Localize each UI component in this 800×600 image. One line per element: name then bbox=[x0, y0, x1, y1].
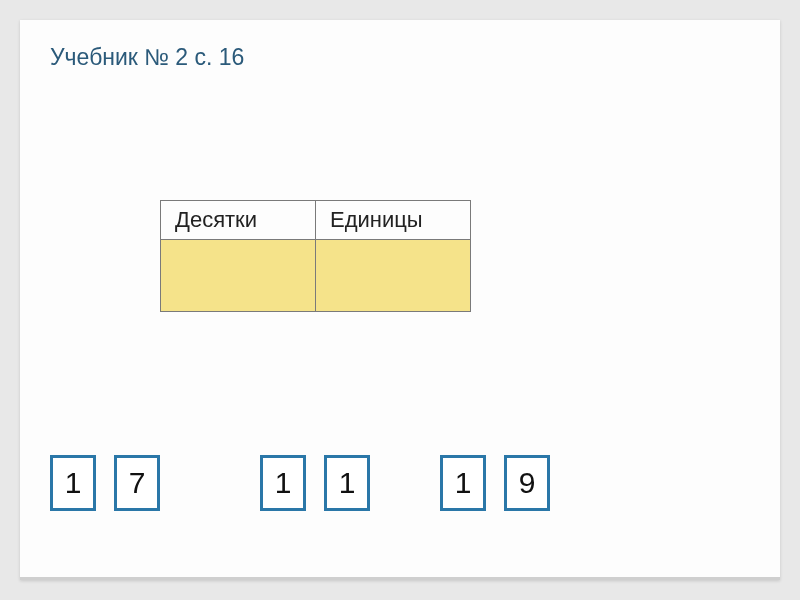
slide-page: Учебник № 2 с. 16 Десятки Единицы 1 7 1 … bbox=[20, 20, 780, 580]
number-tile[interactable]: 1 bbox=[440, 455, 486, 511]
number-tile[interactable]: 1 bbox=[50, 455, 96, 511]
number-tiles-row: 1 7 1 1 1 9 bbox=[50, 455, 550, 511]
footer-divider bbox=[20, 577, 780, 580]
number-tile[interactable]: 1 bbox=[260, 455, 306, 511]
page-title: Учебник № 2 с. 16 bbox=[50, 44, 244, 71]
column-header-ones: Единицы bbox=[316, 201, 471, 240]
number-tile[interactable]: 9 bbox=[504, 455, 550, 511]
tile-pair: 1 7 bbox=[50, 455, 160, 511]
spacer bbox=[160, 455, 260, 511]
tile-pair: 1 1 bbox=[260, 455, 370, 511]
number-tile[interactable]: 7 bbox=[114, 455, 160, 511]
column-header-tens: Десятки bbox=[161, 201, 316, 240]
place-value-table: Десятки Единицы bbox=[160, 200, 471, 312]
spacer bbox=[370, 455, 440, 511]
cell-tens[interactable] bbox=[161, 240, 316, 312]
table-row bbox=[161, 240, 471, 312]
cell-ones[interactable] bbox=[316, 240, 471, 312]
number-tile[interactable]: 1 bbox=[324, 455, 370, 511]
tile-pair: 1 9 bbox=[440, 455, 550, 511]
table-header-row: Десятки Единицы bbox=[161, 201, 471, 240]
